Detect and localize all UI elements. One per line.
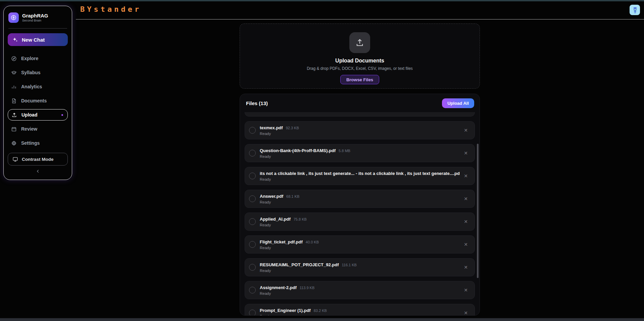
file-row: Applied_AI.pdf 75.8 KB Ready ✕ bbox=[245, 213, 475, 231]
file-row: RESUMEAIML_POT_PROJECT_92.pdf 116.1 KB R… bbox=[245, 258, 475, 276]
sidebar-item-label: Documents bbox=[21, 98, 47, 103]
file-name: Answer.pdf bbox=[260, 194, 283, 199]
files-count-title: Files (13) bbox=[246, 100, 268, 106]
app-logo-block: GraphRAG Second Brain bbox=[8, 10, 68, 25]
user-avatar[interactable] bbox=[630, 5, 640, 15]
file-status: Ready bbox=[260, 314, 327, 316]
bar-chart-icon bbox=[11, 84, 17, 90]
remove-file-icon[interactable]: ✕ bbox=[462, 287, 469, 293]
sparkles-icon bbox=[12, 37, 18, 43]
remove-file-icon[interactable]: ✕ bbox=[462, 310, 469, 316]
app-subtitle: Second Brain bbox=[22, 18, 48, 22]
sidebar-item-label: Analytics bbox=[21, 84, 42, 89]
sidebar-item-syllabus[interactable]: Syllabus bbox=[8, 67, 68, 78]
page-title: BYstander bbox=[80, 5, 141, 13]
new-chat-button[interactable]: New Chat bbox=[8, 33, 68, 46]
file-size: 116.1 KB bbox=[342, 263, 357, 267]
sidebar-collapse-button[interactable] bbox=[8, 166, 68, 176]
upload-card-subtitle: Drag & drop PDFs, DOCX, Excel, CSV, imag… bbox=[307, 66, 413, 71]
upload-dropzone[interactable]: Upload Documents Drag & drop PDFs, DOCX,… bbox=[240, 24, 480, 89]
remove-file-icon[interactable]: ✕ bbox=[462, 127, 469, 134]
file-row: texmex.pdf 92.3 KB Ready ✕ bbox=[245, 121, 475, 139]
file-row: Answer.pdf 68.1 KB Ready ✕ bbox=[245, 190, 475, 208]
bottom-scrollbar-track[interactable] bbox=[0, 318, 644, 321]
file-name: Applied_AI.pdf bbox=[260, 217, 291, 222]
file-select-radio[interactable] bbox=[249, 310, 256, 316]
file-status: Ready bbox=[260, 154, 350, 158]
file-status: Ready bbox=[260, 132, 299, 136]
sidebar-item-label: Upload bbox=[21, 112, 37, 118]
file-select-radio[interactable] bbox=[249, 195, 256, 202]
file-select-radio[interactable] bbox=[249, 287, 256, 293]
calendar-icon bbox=[11, 126, 17, 132]
upload-card-title: Upload Documents bbox=[335, 58, 384, 64]
file-size: 5.8 MB bbox=[339, 149, 350, 153]
file-name: Flight_ticket_pdf.pdf bbox=[260, 239, 303, 244]
file-row: Assignment-2.pdf 113.9 KB Ready ✕ bbox=[245, 281, 475, 299]
sidebar-item-documents[interactable]: Documents bbox=[8, 95, 68, 106]
file-status: Ready bbox=[260, 177, 460, 181]
upload-icon bbox=[11, 112, 17, 118]
file-name: its not a clickable link , its just text… bbox=[260, 171, 460, 176]
remove-file-icon[interactable]: ✕ bbox=[462, 150, 469, 156]
sidebar-item-review[interactable]: Review bbox=[8, 123, 68, 135]
file-name: Prompt_Engineer (1).pdf bbox=[260, 308, 311, 313]
file-row-partial bbox=[245, 112, 475, 117]
contrast-mode-button[interactable]: Contrast Mode bbox=[8, 153, 68, 166]
document-icon bbox=[11, 98, 17, 104]
file-size: 92.3 KB bbox=[286, 126, 299, 130]
app-name: GraphRAG bbox=[22, 13, 48, 18]
file-select-radio[interactable] bbox=[249, 150, 256, 156]
file-select-radio[interactable] bbox=[249, 241, 256, 248]
compass-icon bbox=[11, 56, 17, 61]
header-bar: BYstander bbox=[76, 1, 644, 19]
file-name: texmex.pdf bbox=[260, 125, 283, 130]
file-status: Ready bbox=[260, 246, 319, 250]
brain-logo-icon bbox=[8, 12, 19, 23]
browse-files-button[interactable]: Browse Files bbox=[340, 75, 379, 84]
upload-tray-icon bbox=[355, 38, 364, 47]
file-row: Prompt_Engineer (1).pdf 83.2 KB Ready ✕ bbox=[245, 304, 475, 316]
file-size: 75.8 KB bbox=[294, 217, 307, 221]
avatar-doodle-icon bbox=[631, 6, 639, 14]
sidebar-item-upload[interactable]: Upload bbox=[8, 109, 68, 121]
new-chat-label: New Chat bbox=[22, 37, 45, 43]
upload-pending-dot bbox=[61, 114, 63, 116]
file-select-radio[interactable] bbox=[249, 218, 256, 225]
file-select-radio[interactable] bbox=[249, 264, 256, 271]
file-name: Assignment-2.pdf bbox=[260, 285, 297, 290]
remove-file-icon[interactable]: ✕ bbox=[462, 218, 469, 225]
sidebar-item-analytics[interactable]: Analytics bbox=[8, 81, 68, 92]
file-status: Ready bbox=[260, 200, 299, 204]
file-select-radio[interactable] bbox=[249, 127, 256, 134]
remove-file-icon[interactable]: ✕ bbox=[462, 173, 469, 179]
file-select-radio[interactable] bbox=[249, 173, 256, 179]
sidebar-divider bbox=[8, 28, 67, 29]
file-row: its not a clickable link , its just text… bbox=[245, 167, 475, 185]
sidebar-item-label: Explore bbox=[21, 56, 38, 61]
file-name: RESUMEAIML_POT_PROJECT_92.pdf bbox=[260, 262, 339, 267]
upload-glyph-box bbox=[349, 32, 370, 53]
remove-file-icon[interactable]: ✕ bbox=[462, 195, 469, 202]
files-list[interactable]: texmex.pdf 92.3 KB Ready ✕ Question-Bank… bbox=[240, 112, 480, 316]
upload-all-button[interactable]: Upload All bbox=[442, 98, 474, 108]
file-name: Question-Bank-(4th-Proff-BAMS).pdf bbox=[260, 148, 336, 153]
files-panel-header: Files (13) Upload All bbox=[240, 94, 480, 112]
gear-icon bbox=[11, 140, 17, 146]
chevron-left-icon bbox=[36, 169, 40, 174]
sidebar-item-label: Review bbox=[21, 126, 37, 132]
grad-cap-icon bbox=[11, 70, 17, 76]
files-scrollbar-thumb[interactable] bbox=[477, 144, 479, 278]
file-size: 68.1 KB bbox=[286, 194, 299, 198]
file-status: Ready bbox=[260, 291, 314, 295]
file-size: 40.0 KB bbox=[306, 240, 319, 244]
remove-file-icon[interactable]: ✕ bbox=[462, 241, 469, 248]
sidebar-item-settings[interactable]: Settings bbox=[8, 137, 68, 149]
file-size: 113.9 KB bbox=[300, 286, 314, 290]
file-row: Question-Bank-(4th-Proff-BAMS).pdf 5.8 M… bbox=[245, 144, 475, 162]
sidebar-item-label: Syllabus bbox=[21, 70, 41, 75]
file-row: Flight_ticket_pdf.pdf 40.0 KB Ready ✕ bbox=[245, 235, 475, 254]
remove-file-icon[interactable]: ✕ bbox=[462, 264, 469, 271]
sidebar: GraphRAG Second Brain New Chat Explore S… bbox=[3, 6, 72, 180]
sidebar-item-explore[interactable]: Explore bbox=[8, 53, 68, 64]
